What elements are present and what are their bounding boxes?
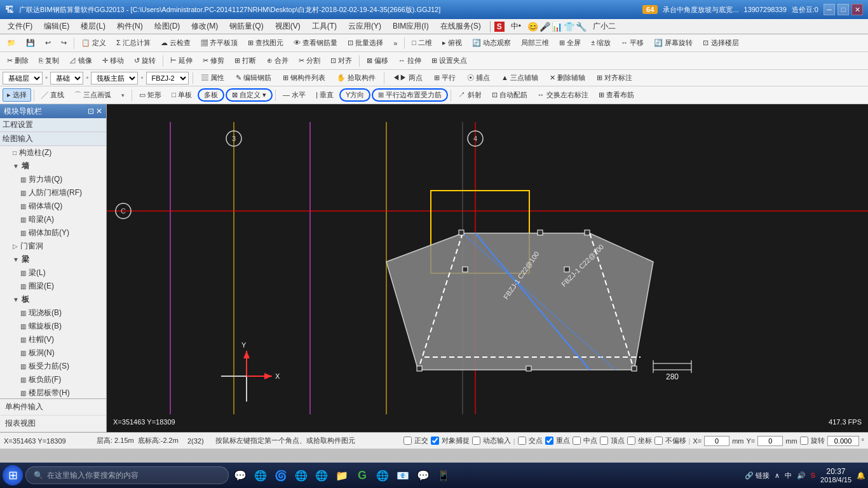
menu-bim[interactable]: BIM应用(I) (388, 20, 434, 33)
dyn-input-check[interactable] (472, 437, 480, 445)
y-direction-btn[interactable]: Y方向 (339, 88, 370, 102)
notification-icon[interactable]: 🔔 (857, 471, 865, 480)
fullscreen-btn[interactable]: ⊞ 全屏 (555, 36, 585, 50)
sidebar-item-slab-neg-bar[interactable]: ▥ 板负筋(F) (0, 373, 106, 386)
align-label-btn[interactable]: ⊞ 对齐标注 (592, 71, 637, 85)
restore-button[interactable]: □ (837, 4, 849, 15)
sidebar-item-beam-group[interactable]: ▼ 梁 (0, 253, 106, 266)
rotate-check[interactable] (800, 437, 808, 445)
mic-icon[interactable]: 🎤 (539, 22, 550, 32)
parallel-edge-btn[interactable]: ⊞ 平行边布置受力筋 (372, 88, 448, 102)
batch-select-btn[interactable]: ⊡ 批量选择 (343, 36, 388, 50)
extend-btn[interactable]: ⊢ 延伸 (166, 54, 197, 67)
volume-icon[interactable]: 🔊 (797, 471, 806, 480)
tool-icon[interactable]: 🔧 (576, 22, 587, 32)
single-element-input[interactable]: 单构件输入 (0, 399, 106, 416)
undo-btn[interactable]: ↩ (41, 37, 55, 49)
save-btn[interactable]: 💾 (22, 37, 39, 49)
sidebar-item-draw-input[interactable]: 绘图输入 (0, 132, 106, 146)
x-input[interactable] (704, 436, 729, 446)
taskbar-app-5[interactable]: 🌐 (313, 466, 330, 484)
single-board-btn[interactable]: □ 单板 (167, 88, 196, 102)
view-bar-btn[interactable]: ⊞ 查看布筋 (594, 88, 639, 102)
mirror-btn[interactable]: ⊿ 镜像 (65, 54, 97, 67)
slab-arrow[interactable]: ▼ (13, 296, 19, 303)
no-offset-check[interactable] (654, 437, 663, 445)
sidebar-item-door-window[interactable]: ▷ 门窗洞 (0, 240, 106, 253)
sidebar-item-structural-column[interactable]: □ 构造柱(Z) (0, 146, 106, 159)
menu-assistant[interactable]: 广小二 (588, 20, 621, 33)
sublayer-select[interactable]: 基础 (50, 72, 83, 85)
sidebar-controls[interactable]: ⊡ ✕ (88, 107, 102, 116)
rotate-btn[interactable]: ↺ 旋转 (130, 54, 160, 67)
set-grip-btn[interactable]: ⊞ 设置夹点 (427, 54, 471, 67)
redo-btn[interactable]: ↪ (57, 37, 71, 49)
arc-btn[interactable]: ⌒ 三点画弧 (70, 88, 116, 102)
menu-view[interactable]: 视图(V) (270, 20, 306, 33)
s-tray-icon[interactable]: S (811, 471, 815, 479)
canvas-area[interactable]: 3 4 C FBZJ-1 C22@100 FBZJ-1 C22@100 280 (107, 104, 868, 432)
diagonal-btn[interactable]: ↗ 斜射 (454, 88, 485, 102)
menu-tools[interactable]: 工具(T) (307, 20, 342, 33)
cloud-check-btn[interactable]: ☁ 云检查 (156, 36, 195, 50)
intersection-check[interactable] (518, 437, 526, 445)
beam-arrow[interactable]: ▼ (13, 256, 19, 263)
sidebar-item-project-settings[interactable]: 工程设置 (0, 118, 106, 132)
menu-cloud[interactable]: 云应用(Y) (343, 20, 386, 33)
vertex-check[interactable] (600, 437, 608, 445)
menu-steel-qty[interactable]: 钢筋量(Q) (224, 20, 268, 33)
sum-btn[interactable]: Σ 汇总计算 (112, 36, 155, 50)
sidebar-item-slab-band[interactable]: ▥ 楼层板带(H) (0, 386, 106, 398)
chevron-up-icon[interactable]: ∧ (775, 471, 780, 480)
arc-dropdown[interactable]: ▾ (117, 90, 129, 100)
shirt-icon[interactable]: 👕 (564, 22, 574, 32)
del-aux-btn[interactable]: ✕ 删除辅轴 (545, 71, 590, 85)
menu-file[interactable]: 文件(F) (3, 20, 37, 33)
swap-label-btn[interactable]: ↔ 交换左右标注 (533, 88, 593, 102)
minimize-button[interactable]: ─ (824, 4, 835, 15)
chart-icon[interactable]: 📊 (552, 22, 562, 32)
taskbar-app-6[interactable]: 📁 (333, 466, 351, 484)
steel-list-btn[interactable]: ⊞ 钢构件列表 (278, 71, 330, 85)
top-view-btn[interactable]: ▸ 俯视 (438, 36, 466, 50)
screen-rotate-btn[interactable]: 🔄 屏幕旋转 (649, 36, 697, 50)
wall-arrow[interactable]: ▼ (13, 163, 19, 170)
auto-bar-btn[interactable]: ⊡ 自动配筋 (487, 88, 532, 102)
emoji1[interactable]: 😊 (527, 22, 538, 32)
merge-btn[interactable]: ⊕ 合并 (262, 54, 293, 67)
taskbar-app-8[interactable]: 📧 (394, 466, 412, 484)
rotate-input[interactable] (827, 436, 859, 446)
multi-board-btn[interactable]: 多板 (198, 88, 224, 102)
taskbar-app-2[interactable]: 🌐 (252, 466, 269, 484)
find-elem-btn[interactable]: ⊞ 查找图元 (243, 36, 288, 50)
snap-check[interactable] (431, 437, 439, 445)
define-btn[interactable]: 📋 定义 (77, 36, 111, 50)
bar-type-select[interactable]: 筏板主筋 (91, 72, 138, 85)
sidebar-item-hidden-beam[interactable]: ▥ 暗梁(A) (0, 213, 106, 226)
menu-modify[interactable]: 修改(M) (186, 20, 223, 33)
close-button[interactable]: ✕ (851, 4, 863, 15)
dynamic-btn[interactable]: 🔄 动态观察 (468, 36, 515, 50)
stretch-btn[interactable]: ↔ 拉伸 (394, 54, 426, 67)
taskbar-app-3[interactable]: 🌀 (272, 466, 290, 484)
taskbar-search[interactable]: 🔍 在这里输入你要搜索的内容 (25, 466, 229, 484)
property-btn[interactable]: ▤ 属性 (197, 71, 229, 85)
zoom-btn[interactable]: ± 缩放 (587, 36, 615, 50)
three-axis-btn[interactable]: ▲ 三点辅轴 (497, 71, 543, 85)
menu-draw[interactable]: 绘图(D) (149, 20, 186, 33)
custom-btn[interactable]: ⊠ 自定义 ▾ (226, 88, 273, 102)
taskbar-app-g[interactable]: G (353, 466, 371, 484)
taskbar-app-9[interactable]: 💬 (414, 466, 432, 484)
parallel-btn[interactable]: ⊞ 平行 (430, 71, 460, 85)
sidebar-item-masonry-wall[interactable]: ▥ 砌体墙(Q) (0, 200, 106, 213)
two-points-btn[interactable]: ◀▶ 两点 (388, 71, 427, 85)
more-btn[interactable]: » (389, 37, 402, 49)
view-steel-btn[interactable]: 👁 查看钢筋量 (289, 36, 342, 50)
sidebar-item-column-cap[interactable]: ▥ 柱帽(V) (0, 333, 106, 346)
move-btn[interactable]: ✛ 移动 (98, 54, 128, 67)
taskbar-app-7[interactable]: 🌐 (374, 466, 391, 484)
door-arrow[interactable]: ▷ (13, 243, 18, 250)
ime-zh[interactable]: 中 (785, 471, 792, 480)
sidebar-item-masonry-bar[interactable]: ▥ 砌体加筋(Y) (0, 226, 106, 240)
menu-element[interactable]: 构件(N) (112, 20, 148, 33)
